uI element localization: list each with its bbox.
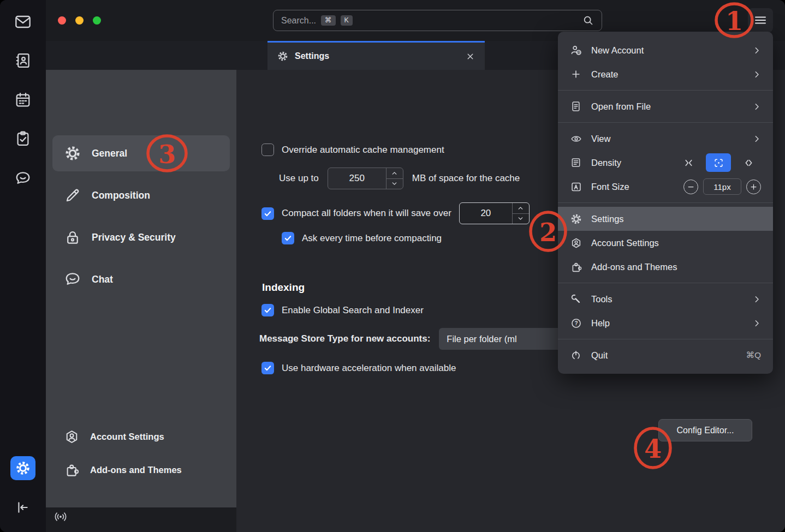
chevron-right-icon — [753, 135, 761, 143]
gear-icon — [15, 461, 31, 476]
hamburger-icon — [754, 14, 767, 27]
chat-space-button[interactable] — [10, 166, 35, 190]
minimize-window-button[interactable] — [75, 16, 84, 25]
compact-folders-checkbox[interactable] — [261, 207, 274, 220]
puzzle-icon — [570, 261, 582, 273]
menu-separator — [558, 202, 773, 203]
compact-threshold-value[interactable]: 20 — [460, 203, 512, 224]
eye-icon — [570, 133, 582, 145]
density-default-icon — [713, 158, 724, 168]
collapse-spaces-button[interactable] — [10, 495, 35, 519]
sidebar-item-label: Composition — [92, 190, 150, 201]
ask-compacting-label: Ask every time before compacting — [302, 233, 442, 244]
menu-item-label: Settings — [591, 214, 624, 224]
calendar-space-button[interactable] — [10, 88, 35, 112]
tasks-icon — [15, 130, 31, 147]
menu-item-view[interactable]: View — [558, 127, 773, 151]
sidebar-item-privacy-security[interactable]: Privacy & Security — [52, 219, 230, 255]
puzzle-icon — [64, 463, 79, 477]
compact-folders-label: Compact all folders when it will save ov… — [282, 208, 451, 219]
traffic-lights — [58, 16, 101, 25]
menu-separator — [558, 90, 773, 91]
quit-shortcut: ⌘Q — [746, 350, 761, 360]
tab-label: Settings — [295, 51, 329, 61]
density-default-button[interactable] — [706, 153, 731, 172]
menu-item-account-settings[interactable]: Account Settings — [558, 231, 773, 255]
global-search-checkbox[interactable] — [261, 304, 274, 316]
chat-icon — [64, 271, 81, 288]
k-keycap: K — [341, 15, 353, 26]
pencil-icon — [64, 187, 81, 204]
cache-size-spinner — [386, 168, 403, 189]
cache-size-decrement-button[interactable] — [386, 179, 403, 189]
menu-item-quit[interactable]: Quit ⌘Q — [558, 343, 773, 367]
tab-settings[interactable]: Settings — [267, 41, 485, 70]
activity-status-button[interactable] — [53, 510, 68, 524]
font-size-value[interactable]: 11px — [703, 178, 741, 195]
indexing-heading: Indexing — [262, 282, 305, 294]
cache-size-input[interactable]: 250 — [328, 168, 403, 189]
zoom-window-button[interactable] — [93, 16, 101, 25]
compact-folders-row: Compact all folders when it will save ov… — [261, 202, 530, 224]
menu-item-tools[interactable]: Tools — [558, 287, 773, 311]
sidebar-item-general[interactable]: General — [52, 135, 230, 171]
search-input[interactable]: Search... ⌘ K — [273, 10, 602, 31]
sidebar-item-addons-themes[interactable]: Add-ons and Themes — [52, 456, 230, 484]
address-book-space-button[interactable] — [10, 49, 35, 73]
gear-icon — [570, 213, 582, 225]
tasks-space-button[interactable] — [10, 127, 35, 151]
cache-size-increment-button[interactable] — [386, 168, 403, 179]
tab-close-icon[interactable] — [466, 52, 475, 61]
store-type-label: Message Store Type for new accounts: — [259, 333, 430, 344]
cache-size-value[interactable]: 250 — [328, 168, 386, 189]
menu-item-font-size: Font Size 11px — [558, 175, 773, 199]
menu-item-label: Create — [591, 69, 619, 80]
menu-item-new-account[interactable]: New Account — [558, 38, 773, 62]
app-window: Search... ⌘ K Settings General — [0, 0, 785, 532]
hardware-accel-checkbox[interactable] — [261, 362, 274, 374]
chevron-right-icon — [753, 46, 761, 55]
collapse-icon — [16, 500, 30, 515]
menu-item-help[interactable]: Help — [558, 311, 773, 335]
settings-space-button[interactable] — [10, 456, 35, 480]
settings-sidebar: General Composition Privacy & Security C… — [46, 70, 236, 507]
spaces-toolbar — [0, 0, 46, 532]
sidebar-item-composition[interactable]: Composition — [52, 177, 230, 213]
menu-item-create[interactable]: Create — [558, 62, 773, 86]
sidebar-item-account-settings[interactable]: Account Settings — [52, 422, 230, 451]
hardware-accel-row: Use hardware acceleration when available — [261, 362, 456, 374]
density-compact-button[interactable] — [676, 153, 701, 172]
menu-item-label: Open from File — [591, 101, 651, 112]
app-menu-button[interactable] — [748, 8, 773, 32]
menu-item-label: Tools — [591, 294, 612, 304]
sidebar-item-chat[interactable]: Chat — [52, 261, 230, 297]
font-size-increase-button[interactable] — [746, 180, 761, 194]
lock-icon — [64, 229, 81, 246]
mail-space-button[interactable] — [10, 10, 35, 34]
override-cache-checkbox[interactable] — [261, 144, 274, 156]
compact-increment-button[interactable] — [513, 203, 529, 214]
store-type-dropdown[interactable]: File per folder (ml — [439, 328, 570, 350]
menu-item-addons-themes[interactable]: Add-ons and Themes — [558, 255, 773, 279]
config-editor-button[interactable]: Config Editor... — [658, 419, 752, 441]
density-relaxed-button[interactable] — [736, 153, 761, 172]
menu-item-open-from-file[interactable]: Open from File — [558, 94, 773, 118]
font-size-decrease-button[interactable] — [683, 180, 698, 194]
radio-tower-icon — [53, 510, 68, 524]
menu-item-settings[interactable]: Settings — [558, 207, 773, 231]
chat-icon — [15, 170, 31, 187]
close-window-button[interactable] — [58, 16, 66, 25]
menu-item-label: Density — [591, 158, 621, 168]
ask-compacting-checkbox[interactable] — [282, 232, 294, 244]
plus-icon — [570, 69, 582, 80]
cmd-keycap: ⌘ — [321, 15, 336, 26]
menu-item-label: New Account — [591, 45, 644, 56]
menu-separator — [558, 339, 773, 339]
hardware-accel-label: Use hardware acceleration when available — [282, 363, 456, 374]
density-icon — [570, 157, 582, 168]
compact-decrement-button[interactable] — [513, 214, 529, 224]
compact-threshold-input[interactable]: 20 — [459, 202, 530, 224]
ask-compacting-row: Ask every time before compacting — [282, 232, 442, 244]
search-icon[interactable] — [582, 15, 594, 26]
calendar-icon — [15, 92, 31, 108]
